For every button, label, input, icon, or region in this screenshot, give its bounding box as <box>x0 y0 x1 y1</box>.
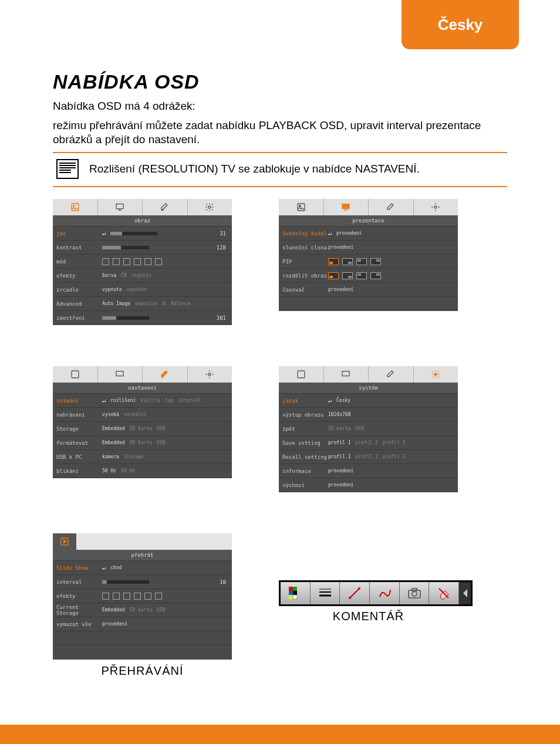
menu-row[interactable]: informaceprovedení <box>279 464 458 478</box>
menu-row[interactable]: snímání↵rozlišeníkvalitatypinterval <box>53 394 232 408</box>
tab-settings[interactable] <box>143 199 188 215</box>
tab-settings[interactable] <box>369 199 414 215</box>
tab-image[interactable] <box>279 199 324 215</box>
mode-icons[interactable] <box>102 258 162 265</box>
row-options[interactable]: provedení <box>328 482 454 488</box>
freehand-tool-button[interactable] <box>370 582 400 604</box>
eraser-button[interactable] <box>429 582 459 604</box>
menu-row[interactable]: jas↵31 <box>53 226 232 241</box>
row-options[interactable]: rozlišeníkvalitatypinterval <box>110 398 228 403</box>
tab-presentation[interactable] <box>324 366 369 383</box>
tab-presentation[interactable] <box>98 199 143 215</box>
menu-row[interactable]: sluneční clonaprovedení <box>279 241 458 255</box>
menu-row[interactable]: efekty <box>53 589 232 603</box>
tab-settings[interactable] <box>143 366 188 383</box>
color-palette-button[interactable] <box>281 582 311 604</box>
menu-row[interactable]: Slide Show↵chod <box>53 561 232 575</box>
menu-row[interactable]: AdvancedAuto ImageexpoziceW. Balance <box>53 297 232 311</box>
tab-playback[interactable] <box>53 533 76 550</box>
menu-row[interactable]: výchozíprovedení <box>279 478 458 492</box>
menu-row[interactable]: vymazat všeprovedení <box>53 617 232 631</box>
osd-panel-playback: přehrát Slide Show↵chodinterval10efektyC… <box>53 533 232 660</box>
row-options[interactable]: profil 1profil 2profil 3 <box>328 454 454 459</box>
row-options[interactable]: profil 1profil 2profil 3 <box>328 440 454 445</box>
menu-row[interactable]: efektybarvaČBnegativ <box>53 269 232 283</box>
slider[interactable] <box>102 580 149 584</box>
menu-row[interactable]: Světelný kužel↵provedení <box>279 226 458 241</box>
menu-row[interactable]: PIP <box>279 255 458 269</box>
row-label: kontrast <box>56 245 102 251</box>
row-options[interactable]: barvaČBnegativ <box>102 273 228 278</box>
enter-arrow-icon: ↵ <box>102 397 110 404</box>
line-tool-button[interactable] <box>340 582 370 604</box>
row-options[interactable]: vypnutozapnuto <box>102 287 228 292</box>
row-label: Storage <box>56 426 102 432</box>
menu-row[interactable]: nahrávánívysokánormální <box>53 408 232 422</box>
row-options[interactable]: provedení <box>328 287 454 292</box>
row-label: rozdělit obraz <box>282 273 328 279</box>
pip-layout-icons[interactable] <box>328 272 381 279</box>
capture-button[interactable] <box>400 582 430 604</box>
tab-system[interactable] <box>414 199 458 215</box>
slider[interactable] <box>102 246 149 249</box>
row-options[interactable]: provedení <box>328 245 454 250</box>
menu-row[interactable]: interval10 <box>53 575 232 589</box>
tab-system[interactable] <box>414 366 458 383</box>
effect-icons[interactable] <box>102 593 162 600</box>
svg-line-24 <box>350 589 359 598</box>
menu-row[interactable]: časovačprovedení <box>279 283 458 297</box>
menu-row[interactable]: mód <box>53 255 232 269</box>
menu-row[interactable]: Current StorageEmbeddedSD kartaUSB <box>53 603 232 617</box>
row-options[interactable]: 1024x768 <box>328 412 454 417</box>
menu-row[interactable]: kontrast128 <box>53 241 232 255</box>
section-title: nastavení <box>53 383 232 394</box>
row-options[interactable]: 50 Hz60 Hz <box>102 468 228 474</box>
menu-row[interactable]: zrcadlovypnutozapnuto <box>53 283 232 297</box>
osd-panel-image: obraz jas↵31kontrast128módefektybarvaČBn… <box>53 199 232 325</box>
line-weight-button[interactable] <box>311 582 340 604</box>
row-options[interactable]: EmbeddedSD kartaUSB <box>102 440 228 445</box>
tab-settings[interactable] <box>369 366 414 383</box>
row-options[interactable]: EmbeddedSD kartaUSB <box>102 607 228 613</box>
menu-row[interactable]: Save settingprofil 1profil 2profil 3 <box>279 436 458 450</box>
row-options[interactable]: provedení <box>328 468 454 474</box>
row-options[interactable]: chod <box>110 565 228 570</box>
page-title: NABÍDKA OSD <box>53 70 507 93</box>
slider[interactable] <box>110 232 157 235</box>
slider[interactable] <box>102 316 149 320</box>
menu-row[interactable]: jazyk↵Česky <box>279 394 458 408</box>
tab-image[interactable] <box>53 199 98 215</box>
row-options[interactable]: Česky <box>336 398 454 403</box>
menu-row[interactable]: rozdělit obraz <box>279 269 458 283</box>
tab-system[interactable] <box>188 199 232 215</box>
menu-row[interactable]: výstup obrazu1024x768 <box>279 408 458 422</box>
tab-system[interactable] <box>188 366 232 383</box>
menu-row[interactable]: blikání50 Hz60 Hz <box>53 464 232 478</box>
row-options[interactable]: provedení <box>336 231 454 236</box>
tab-presentation[interactable] <box>98 366 143 383</box>
annotation-caption: KOMENTÁŘ <box>279 610 458 623</box>
menu-row[interactable]: formátovatEmbeddedSD kartaUSB <box>53 436 232 450</box>
svg-rect-9 <box>116 371 123 376</box>
menu-row[interactable]: zaostření301 <box>53 311 232 325</box>
menu-row[interactable]: zpětSD kartaUSB <box>279 422 458 436</box>
osd-panel-system: systém jazyk↵Českyvýstup obrazu1024x768z… <box>279 366 458 492</box>
row-options[interactable]: EmbeddedSD kartaUSB <box>102 426 228 431</box>
row-options[interactable]: SD kartaUSB <box>328 426 454 431</box>
menu-row[interactable]: Recall settingprofil 1profil 2profil 3 <box>279 450 458 464</box>
row-options[interactable]: Auto ImageexpoziceW. Balance <box>102 301 228 306</box>
tab-image[interactable] <box>279 366 324 383</box>
menu-row[interactable]: USB k PCkameraStorage <box>53 450 232 464</box>
collapse-button[interactable] <box>459 582 471 604</box>
row-options[interactable]: kameraStorage <box>102 454 228 459</box>
tab-image[interactable] <box>53 366 98 383</box>
svg-rect-19 <box>289 595 293 599</box>
row-options[interactable]: vysokánormální <box>102 412 228 417</box>
pip-layout-icons[interactable] <box>328 258 381 265</box>
tab-presentation[interactable] <box>324 199 369 215</box>
row-label: zpět <box>282 426 328 432</box>
row-label: zrcadlo <box>56 287 102 293</box>
row-options[interactable]: provedení <box>102 621 228 627</box>
row-label: sluneční clona <box>282 245 328 251</box>
menu-row[interactable]: StorageEmbeddedSD kartaUSB <box>53 422 232 436</box>
